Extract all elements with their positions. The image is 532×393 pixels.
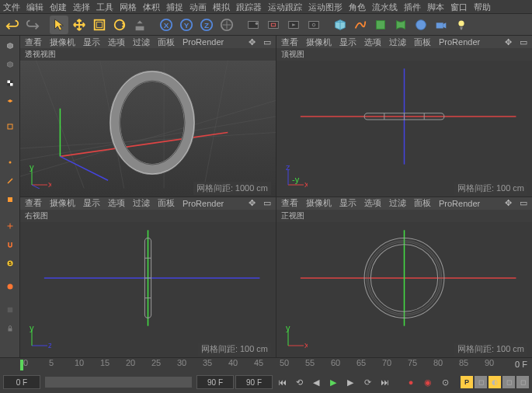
end-frame-field[interactable] (235, 375, 273, 389)
vp-menu-panel[interactable]: 面板 (158, 37, 175, 48)
goto-end-button[interactable]: ⏭ (377, 374, 392, 390)
menu-tracker[interactable]: 跟踪器 (236, 2, 262, 12)
object-mode-button[interactable] (2, 56, 19, 73)
menu-plugins[interactable]: 插件 (404, 2, 421, 12)
deformer-button[interactable] (391, 16, 410, 34)
rotate-tool[interactable] (110, 16, 129, 34)
soft-select-button[interactable] (2, 278, 19, 295)
svg-rect-0 (95, 19, 105, 30)
undo-button[interactable] (3, 16, 22, 34)
axis-button[interactable] (2, 217, 19, 235)
vp-menu-options[interactable]: 选项 (108, 37, 125, 48)
goto-start-button[interactable]: ⏮ (274, 374, 290, 390)
vp-tl-canvas[interactable]: xy 网格间距: 1000 cm (20, 61, 276, 196)
record-button[interactable]: ● (403, 374, 419, 390)
key-rot-button[interactable]: ◐ (489, 376, 501, 388)
polygon-mode-button[interactable] (2, 191, 19, 208)
menu-pipeline[interactable]: 流水线 (372, 2, 398, 12)
menu-mograph[interactable]: 运动图形 (308, 2, 342, 12)
camera-button[interactable] (432, 16, 450, 34)
vp-max-icon[interactable]: ▭ (263, 37, 271, 47)
menu-simulate[interactable]: 模拟 (213, 2, 230, 12)
key-param-button[interactable]: ◻ (502, 376, 515, 388)
key-options-button[interactable]: ⊙ (437, 374, 453, 390)
menu-mesh[interactable]: 网格 (120, 2, 137, 12)
vp-br-canvas[interactable]: xy 网格间距: 100 cm (276, 222, 532, 358)
vp-menu-camera[interactable]: 摄像机 (50, 37, 75, 48)
environment-button[interactable] (412, 16, 430, 34)
move-tool[interactable] (70, 16, 89, 34)
light-button[interactable] (452, 16, 471, 34)
play-button[interactable]: ▶ (325, 374, 341, 390)
viewport-front[interactable]: 查看摄像机显示选项过滤面板ProRender✥▭ 正视图 xy 网格间距: 10… (276, 197, 532, 358)
render-pv-button[interactable] (284, 16, 303, 34)
menu-snap[interactable]: 捕捉 (166, 2, 183, 12)
snap-button[interactable] (2, 236, 19, 253)
render-region-button[interactable] (264, 16, 283, 34)
symmetry-button[interactable]: S (2, 255, 19, 272)
model-mode-button[interactable] (2, 37, 19, 54)
vp-menu-view[interactable]: 查看 (25, 37, 42, 48)
grid-button[interactable] (2, 301, 19, 318)
next-key-button[interactable]: ⟳ (360, 374, 375, 390)
coord-system-button[interactable] (217, 16, 236, 34)
ruler-tick: 10 (75, 358, 84, 367)
generator-button[interactable] (371, 16, 390, 34)
uv-mode-button[interactable] (2, 118, 19, 135)
render-settings-button[interactable] (304, 16, 323, 34)
last-tool[interactable] (130, 16, 149, 34)
svg-text:z: z (48, 340, 51, 350)
autokey-button[interactable]: ◉ (420, 374, 436, 390)
viewport-right[interactable]: 查看摄像机显示选项过滤面板ProRender✥▭ 右视图 zy 网格间距: 10… (20, 197, 276, 358)
key-pos-button[interactable]: P (461, 376, 473, 388)
vp-nav-icon[interactable]: ✥ (249, 37, 256, 47)
texture-mode-button[interactable] (2, 75, 19, 92)
spline-button[interactable] (351, 16, 370, 34)
key-scale-button[interactable]: ◻ (475, 376, 487, 388)
timeline-slider[interactable] (45, 377, 192, 388)
menu-create[interactable]: 创建 (50, 2, 67, 12)
point-mode-button[interactable] (2, 154, 19, 171)
viewport-perspective[interactable]: 查看 摄像机 显示 选项 过滤 面板 ProRender ✥ ▭ 透视视图 xy… (20, 36, 276, 196)
scale-tool[interactable] (90, 16, 109, 34)
next-frame-button[interactable]: ▶ (342, 374, 358, 390)
menu-help[interactable]: 帮助 (474, 2, 491, 12)
y-axis-button[interactable]: Y (177, 16, 196, 34)
vp-menu-display[interactable]: 显示 (83, 37, 100, 48)
menu-select[interactable]: 选择 (73, 2, 90, 12)
vp-bl-canvas[interactable]: zy 网格间距: 100 cm (20, 222, 276, 358)
svg-point-2 (115, 19, 125, 30)
prev-key-button[interactable]: ⟲ (291, 374, 307, 390)
start-frame-field[interactable] (3, 375, 40, 389)
menu-character[interactable]: 角色 (349, 2, 366, 12)
playback-bar: ⏮ ⟲ ◀ ▶ ▶ ⟳ ⏭ ● ◉ ⊙ P ◻ ◐ ◻ ◻ (0, 372, 532, 392)
viewport-top[interactable]: 查看摄像机显示选项过滤面板ProRender✥▭ 顶视图 xz-y 网格间距: … (276, 36, 532, 196)
key-pla-button[interactable]: ◻ (516, 376, 529, 388)
redo-button[interactable] (23, 16, 42, 34)
select-tool[interactable] (50, 16, 68, 34)
menu-script[interactable]: 脚本 (427, 2, 444, 12)
range-end-field[interactable] (196, 375, 234, 389)
x-axis-button[interactable]: X (157, 16, 176, 34)
menu-motiontrack[interactable]: 运动跟踪 (268, 2, 302, 12)
menu-animate[interactable]: 动画 (190, 2, 207, 12)
lock-button[interactable] (2, 320, 19, 337)
prev-frame-button[interactable]: ◀ (308, 374, 324, 390)
timeline-ruler[interactable]: 0 F 051015202530354045505560657075808590 (0, 358, 532, 372)
menu-tools[interactable]: 工具 (96, 2, 113, 12)
edge-mode-button[interactable] (2, 172, 19, 190)
svg-point-31 (8, 284, 13, 290)
z-axis-button[interactable]: Z (197, 16, 216, 34)
render-button[interactable] (244, 16, 263, 34)
vp-menu-prorender[interactable]: ProRender (183, 37, 224, 47)
cube-primitive-button[interactable] (331, 16, 349, 34)
menu-window[interactable]: 窗口 (450, 2, 468, 12)
menu-file[interactable]: 文件 (3, 2, 20, 12)
menu-edit[interactable]: 编辑 (26, 2, 43, 12)
vp-tr-canvas[interactable]: xz-y 网格间距: 100 cm (276, 61, 532, 196)
svg-point-44 (115, 76, 190, 169)
workplane-button[interactable] (2, 93, 19, 110)
menu-volume[interactable]: 体积 (143, 2, 160, 12)
svg-line-49 (32, 185, 40, 189)
vp-menu-filter[interactable]: 过滤 (133, 37, 150, 48)
